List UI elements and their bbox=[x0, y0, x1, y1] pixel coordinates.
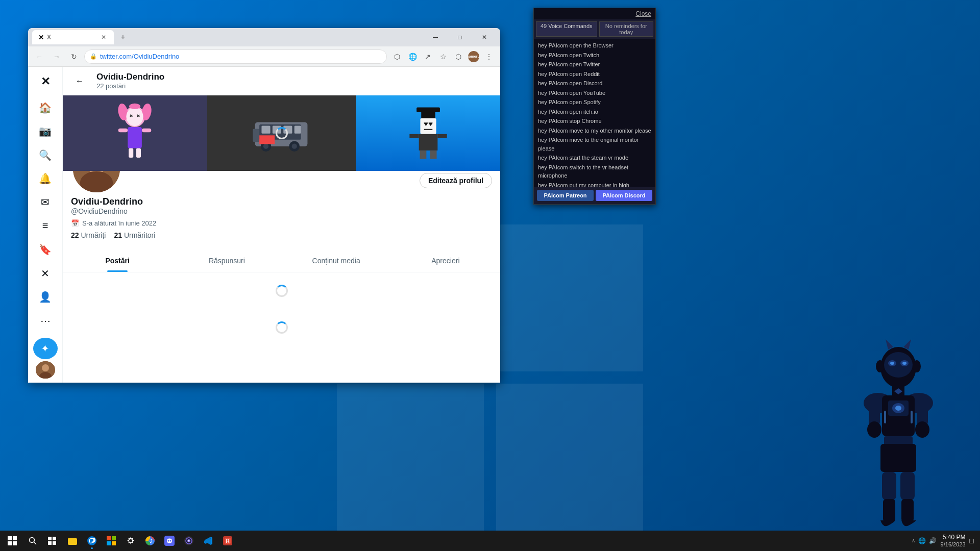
profile-icon-text: gamerul bbox=[468, 55, 479, 58]
sidebar-item-camera[interactable]: 📷 bbox=[33, 120, 58, 142]
address-bar[interactable]: 🔒 twitter.com/OvidiuDendrino bbox=[84, 49, 387, 64]
taskbar-edge[interactable] bbox=[83, 532, 101, 550]
taskbar-system-tray: ∧ 🌐 🔊 5:40 PM 9/16/2023 □ bbox=[912, 534, 978, 548]
tray-network[interactable]: 🌐 bbox=[918, 537, 926, 544]
sidebar-item-bookmarks[interactable]: 🔖 bbox=[33, 239, 58, 260]
vc-patreon-button[interactable]: PAIcom Patreon bbox=[537, 190, 594, 201]
sidebar-item-messages[interactable]: ✉ bbox=[33, 191, 58, 213]
svg-point-55 bbox=[876, 360, 884, 372]
share-button[interactable]: ↗ bbox=[421, 49, 435, 64]
sidebar-item-profile[interactable]: 👤 bbox=[33, 286, 58, 308]
sidebar-item-lists[interactable]: ≡ bbox=[33, 215, 58, 237]
svg-rect-18 bbox=[142, 129, 151, 132]
vc-toolbar: 49 Voice Commands No reminders for today bbox=[534, 19, 655, 39]
svg-marker-57 bbox=[886, 339, 893, 349]
maximize-button[interactable]: □ bbox=[448, 30, 472, 45]
cast-button[interactable]: ⬡ bbox=[390, 49, 404, 64]
vc-command-item: hey PAIcom open itch.io bbox=[534, 107, 655, 117]
clock-date: 9/16/2023 bbox=[941, 541, 966, 548]
svg-point-31 bbox=[292, 144, 297, 149]
svg-point-68 bbox=[867, 421, 881, 438]
taskbar-settings[interactable] bbox=[121, 532, 140, 550]
browser-content: ✕ 🏠 📷 🔍 🔔 ✉ ≡ 🔖 ✕ 👤 ⋯ ✦ bbox=[28, 67, 500, 383]
profile-tabs: Postări Răspunsuri Conținut media Apreci… bbox=[63, 249, 500, 272]
banner-section-3 bbox=[356, 95, 500, 171]
following-stat[interactable]: 22 Urmăriți bbox=[71, 231, 106, 239]
svg-rect-81 bbox=[8, 541, 12, 545]
twitter-logo[interactable]: ✕ bbox=[33, 71, 58, 92]
taskbar-chrome[interactable] bbox=[141, 532, 159, 550]
taskbar-task-view[interactable] bbox=[43, 532, 61, 550]
notification-icon[interactable]: □ bbox=[970, 537, 974, 545]
profile-button[interactable]: gamerul bbox=[467, 49, 481, 64]
taskbar-clock[interactable]: 5:40 PM 9/16/2023 bbox=[941, 534, 966, 548]
svg-rect-35 bbox=[420, 118, 436, 134]
profile-avatar-area: Editează profilul bbox=[63, 169, 500, 194]
svg-rect-71 bbox=[880, 444, 916, 472]
translate-button[interactable]: 🌐 bbox=[405, 49, 420, 64]
tab-replies[interactable]: Răspunsuri bbox=[172, 249, 281, 272]
browser-titlebar: ✕ X ✕ + □ ✕ bbox=[28, 28, 500, 46]
minimize-button[interactable] bbox=[424, 30, 447, 45]
svg-rect-1 bbox=[496, 224, 643, 371]
desktop: ✕ X ✕ + □ ✕ ← → ↻ 🔒 twitter.com/OvidiuDe… bbox=[0, 0, 980, 551]
svg-marker-58 bbox=[903, 339, 911, 349]
vc-commands-list: hey PAIcom open the Browserhey PAIcom op… bbox=[534, 39, 655, 187]
profile-stats: 22 Urmăriți 21 Urmăritori bbox=[71, 231, 492, 239]
vc-command-item: hey PAIcom open Spotify bbox=[534, 97, 655, 107]
vc-count-badge: 49 Voice Commands bbox=[536, 21, 597, 37]
banner-loading bbox=[276, 127, 288, 139]
spinner-1 bbox=[276, 285, 288, 297]
twitter-profile-page: ← Ovidiu-Dendrino 22 postări bbox=[63, 67, 500, 383]
vc-discord-button[interactable]: PAIcom Discord bbox=[596, 190, 652, 201]
sidebar-item-search[interactable]: 🔍 bbox=[33, 144, 58, 165]
taskbar-store[interactable] bbox=[102, 532, 120, 550]
svg-point-50 bbox=[884, 352, 913, 378]
tray-volume[interactable]: 🔊 bbox=[929, 537, 937, 544]
edit-profile-button[interactable]: Editează profilul bbox=[420, 173, 492, 188]
tab-close-button[interactable]: ✕ bbox=[100, 33, 108, 41]
sidebar-item-home[interactable]: 🏠 bbox=[33, 96, 58, 118]
svg-rect-85 bbox=[48, 537, 52, 540]
tab-posts[interactable]: Postări bbox=[63, 249, 172, 272]
taskbar-app-red[interactable]: R bbox=[218, 532, 237, 550]
profile-topbar-info: Ovidiu-Dendrino 22 postări bbox=[96, 72, 164, 90]
profile-banner bbox=[63, 95, 500, 171]
sidebar-item-more[interactable]: ⋯ bbox=[33, 310, 58, 332]
taskbar-obs[interactable] bbox=[180, 532, 198, 550]
back-button[interactable]: ← bbox=[71, 72, 88, 90]
taskbar-search-button[interactable] bbox=[22, 531, 43, 551]
feed-loading-2 bbox=[63, 309, 500, 346]
svg-rect-20 bbox=[136, 148, 141, 158]
sidebar-item-x[interactable]: ✕ bbox=[33, 263, 58, 284]
extensions-button[interactable]: ⬡ bbox=[451, 49, 465, 64]
menu-button[interactable]: ⋮ bbox=[482, 49, 496, 64]
refresh-button[interactable]: ↻ bbox=[67, 49, 81, 64]
vc-command-item: hey PAIcom open Twitter bbox=[534, 60, 655, 69]
vc-titlebar: Close bbox=[534, 8, 655, 19]
tab-likes[interactable]: Aprecieri bbox=[391, 249, 500, 272]
svg-point-15 bbox=[129, 104, 140, 109]
back-button[interactable]: ← bbox=[32, 49, 46, 64]
taskbar-file-explorer[interactable] bbox=[63, 532, 82, 550]
start-button[interactable] bbox=[2, 531, 22, 551]
sidebar-avatar[interactable] bbox=[36, 361, 55, 379]
browser-tab[interactable]: ✕ X ✕ bbox=[32, 30, 114, 44]
tab-media[interactable]: Conținut media bbox=[282, 249, 391, 272]
vc-command-item: hey PAIcom open the Browser bbox=[534, 41, 655, 51]
taskbar-vscode[interactable] bbox=[199, 532, 217, 550]
close-button[interactable]: ✕ bbox=[473, 30, 496, 45]
svg-rect-79 bbox=[8, 536, 12, 540]
forward-button[interactable]: → bbox=[50, 49, 64, 64]
new-tab-button[interactable]: + bbox=[116, 30, 130, 44]
vc-close-button[interactable]: Close bbox=[633, 9, 653, 18]
followers-stat[interactable]: 21 Urmăritori bbox=[114, 231, 155, 239]
svg-rect-75 bbox=[901, 499, 914, 522]
taskbar-discord[interactable] bbox=[160, 532, 179, 550]
svg-rect-76 bbox=[884, 411, 886, 423]
bookmark-button[interactable]: ☆ bbox=[436, 49, 450, 64]
sidebar-item-post[interactable]: ✦ bbox=[33, 338, 58, 359]
sidebar-item-notifications[interactable]: 🔔 bbox=[33, 168, 58, 189]
svg-rect-24 bbox=[262, 126, 271, 133]
tray-arrow[interactable]: ∧ bbox=[912, 538, 915, 543]
